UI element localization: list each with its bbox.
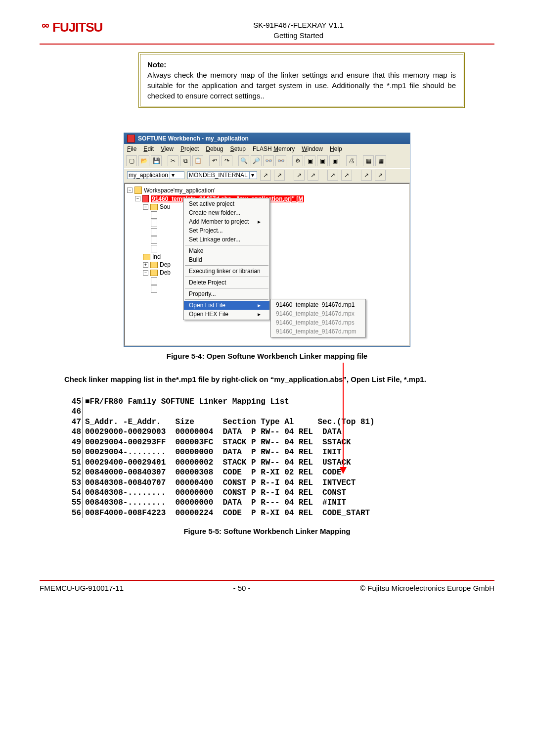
subitem-mp1[interactable]: 91460_template_91467d.mp1 [271, 300, 365, 309]
window-titlebar: SOFTUNE Workbench - my_application [124, 133, 410, 144]
save-icon[interactable]: 💾 [151, 155, 162, 166]
menu-project[interactable]: Project [180, 145, 199, 152]
ctx-set-active[interactable]: Set active project [184, 199, 269, 208]
subitem-mps[interactable]: 91460_template_91467d.mps [271, 318, 365, 327]
subitem-mpm[interactable]: 91460_template_91467d.mpm [271, 327, 365, 336]
nav2-icon[interactable]: ↗ [274, 170, 285, 181]
footer-center: - 50 - [233, 584, 251, 592]
figure-caption-1: Figure 5-4: Open Softune Workbench Linke… [40, 352, 494, 360]
tool2-icon[interactable]: ▣ [305, 155, 315, 166]
menu-window[interactable]: Window [302, 145, 323, 152]
select-project[interactable]: my_application ▾ [127, 171, 184, 179]
toolbar-main: ▢ 📂 💾 ✂ ⧉ 📋 ↶ ↷ 🔍 🔎 👓 👓 ⚙ ▣ ▣ ▣ 🖨 ▦ ▦ [124, 154, 410, 168]
print-icon[interactable]: 🖨 [346, 155, 357, 166]
infinity-icon [40, 20, 51, 32]
folder-icon [143, 254, 150, 260]
menu-view[interactable]: View [161, 145, 174, 152]
file-icon [151, 220, 157, 227]
chevron-down-icon: ▾ [170, 172, 175, 179]
tool4-icon[interactable]: ▣ [329, 155, 340, 166]
cut-icon[interactable]: ✂ [168, 155, 178, 166]
figure-caption-2: Figure 5-5: Softune Workbench Linker Map… [40, 527, 494, 535]
menu-setup[interactable]: Setup [230, 145, 246, 152]
linker-listing: 45■FR/FR80 Family SOFTUNE Linker Mapping… [64, 397, 470, 519]
nav3-icon[interactable]: ↗ [294, 170, 305, 181]
header-title: SK-91F467-FLEXRAY V1.1 Getting Started [102, 20, 494, 41]
ctx-open-hex[interactable]: Open HEX File▸ [184, 310, 269, 319]
extra1-icon[interactable]: ▦ [363, 155, 374, 166]
arrow-annotation [343, 363, 344, 468]
chevron-down-icon: ▾ [249, 172, 254, 179]
tool3-icon[interactable]: ▣ [317, 155, 328, 166]
project-icon [142, 195, 149, 202]
context-menu: Set active project Create new folder... … [183, 198, 270, 320]
page-footer: FMEMCU-UG-910017-11 - 50 - © Fujitsu Mic… [40, 580, 494, 592]
folder-icon [150, 262, 158, 268]
note-body: Always check the memory map of the linke… [147, 71, 456, 100]
file-icon [151, 228, 157, 236]
note-title: Note: [147, 60, 166, 69]
open-icon[interactable]: 📂 [138, 155, 149, 166]
nav4-icon[interactable]: ↗ [308, 170, 318, 181]
file-icon [151, 245, 157, 252]
ctx-make[interactable]: Make [184, 246, 269, 255]
nav7-icon[interactable]: ↗ [361, 170, 372, 181]
footer-right: © Fujitsu Microelectronics Europe GmbH [360, 584, 494, 592]
menu-help[interactable]: Help [330, 145, 342, 152]
redo-icon[interactable]: ↷ [222, 155, 232, 166]
copy-icon[interactable]: ⧉ [180, 155, 191, 166]
menubar: File Edit View Project Debug Setup FLASH… [124, 144, 410, 154]
ctx-exec-linker[interactable]: Executing linker or librarian [184, 267, 269, 276]
new-icon[interactable]: ▢ [126, 155, 137, 166]
ctx-delete[interactable]: Delete Project [184, 278, 269, 287]
tree-workspace[interactable]: − Workspace'my_application' [127, 186, 407, 194]
logo: FUJITSU [40, 20, 102, 35]
menu-flash[interactable]: FLASH Memory [253, 145, 295, 152]
binoc-icon[interactable]: 👓 [263, 155, 274, 166]
select-config[interactable]: MONDEB_INTERNAL ▾ [187, 171, 257, 179]
note-box: Note: Always check the memory map of the… [138, 52, 465, 108]
arrow-head-icon [340, 467, 347, 474]
menu-edit[interactable]: Edit [143, 145, 154, 152]
ctx-add-member[interactable]: Add Member to project▸ [184, 217, 269, 226]
footer-left: FMEMCU-UG-910017-11 [40, 584, 124, 592]
nav6-icon[interactable]: ↗ [341, 170, 352, 181]
context-submenu: 91460_template_91467d.mp1 91460_template… [270, 299, 366, 337]
extra2-icon[interactable]: ▦ [375, 155, 386, 166]
subitem-mpx[interactable]: 91460_template_91467d.mpx [271, 309, 365, 318]
ctx-open-list[interactable]: Open List File▸ [184, 301, 269, 310]
paste-icon[interactable]: 📋 [192, 155, 203, 166]
find2-icon[interactable]: 🔎 [251, 155, 262, 166]
toolbar-config: my_application ▾ MONDEB_INTERNAL ▾ ↗ ↗ ↗… [124, 168, 410, 183]
menu-debug[interactable]: Debug [206, 145, 223, 152]
window-title: SOFTUNE Workbench - my_application [138, 135, 249, 142]
softune-window: SOFTUNE Workbench - my_application File … [124, 133, 410, 347]
find-icon[interactable]: 🔍 [238, 155, 249, 166]
folder-icon [150, 204, 158, 210]
menu-file[interactable]: File [127, 145, 136, 152]
ctx-linkage[interactable]: Set Linkage order... [184, 235, 269, 244]
body-paragraph: Check linker mapping list in the*.mp1 fi… [64, 374, 470, 385]
ctx-set-project[interactable]: Set Project... [184, 226, 269, 235]
workspace-icon [134, 187, 142, 194]
nav8-icon[interactable]: ↗ [375, 170, 386, 181]
ctx-build[interactable]: Build [184, 255, 269, 264]
file-icon [151, 211, 157, 219]
file-icon [151, 236, 157, 244]
app-icon [127, 135, 135, 142]
nav5-icon[interactable]: ↗ [327, 170, 338, 181]
ctx-property[interactable]: Property... [184, 289, 269, 298]
undo-icon[interactable]: ↶ [209, 155, 220, 166]
folder-icon [150, 270, 158, 276]
file-icon [151, 277, 157, 284]
tool-icon[interactable]: ⚙ [292, 155, 303, 166]
page-header: FUJITSU SK-91F467-FLEXRAY V1.1 Getting S… [40, 20, 494, 45]
nav-icon[interactable]: ↗ [260, 170, 271, 181]
logo-text: FUJITSU [52, 20, 102, 35]
ctx-create-folder[interactable]: Create new folder... [184, 208, 269, 217]
binoc2-icon[interactable]: 👓 [275, 155, 286, 166]
file-icon [151, 285, 157, 293]
